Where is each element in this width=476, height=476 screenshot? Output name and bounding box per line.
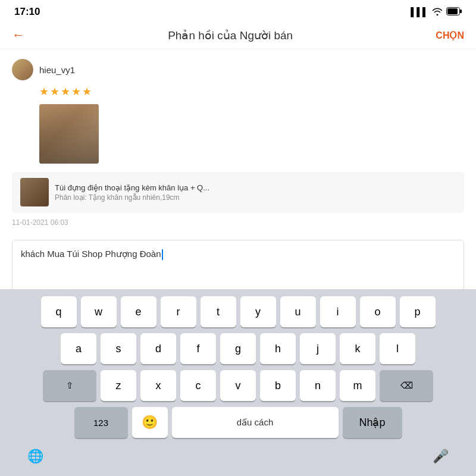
globe-icon[interactable]: 🌐 — [27, 449, 43, 464]
key-l[interactable]: l — [380, 333, 415, 364]
back-button[interactable]: ← — [12, 27, 25, 43]
key-v[interactable]: v — [220, 370, 256, 401]
star-rating: ★ ★ ★ ★ ★ — [12, 85, 464, 98]
battery-icon — [446, 7, 462, 17]
key-space[interactable]: dấu cách — [172, 407, 339, 438]
key-r[interactable]: r — [161, 296, 196, 327]
star-4: ★ — [71, 85, 81, 98]
reviewer-name: hieu_vy1 — [39, 65, 75, 75]
star-5: ★ — [82, 85, 92, 98]
reply-text: khách Mua Túi Shop Phượng Đoàn — [21, 249, 161, 259]
key-s[interactable]: s — [101, 333, 136, 364]
key-j[interactable]: j — [300, 333, 336, 364]
review-date: 11-01-2021 06:03 — [12, 218, 464, 227]
wifi-icon — [432, 7, 443, 17]
key-b[interactable]: b — [260, 370, 296, 401]
review-photo — [39, 104, 99, 164]
key-w[interactable]: w — [81, 296, 117, 327]
star-1: ★ — [39, 85, 49, 98]
keyboard-row-1: q w e r t y u i o p — [4, 296, 472, 327]
key-backspace[interactable]: ⌫ — [380, 370, 433, 401]
key-t[interactable]: t — [201, 296, 236, 327]
key-x[interactable]: x — [140, 370, 176, 401]
status-time: 17:10 — [14, 6, 40, 18]
keyboard-bottom-bar: 🌐 🎤 — [4, 444, 472, 464]
keyboard: q w e r t y u i o p a s d f g h j k l ⇧ … — [0, 289, 476, 476]
key-i[interactable]: i — [320, 296, 356, 327]
star-3: ★ — [61, 85, 70, 98]
key-g[interactable]: g — [220, 333, 256, 364]
key-enter[interactable]: Nhập — [343, 407, 402, 438]
svg-rect-2 — [447, 8, 458, 14]
star-2: ★ — [50, 85, 60, 98]
reply-textarea[interactable]: khách Mua Túi Shop Phượng Đoàn — [12, 240, 464, 293]
product-name: Túi đựng điện thoại tặng kèm khăn lụa + … — [55, 183, 456, 192]
keyboard-row-4: 123 🙂 dấu cách Nhập — [4, 407, 472, 438]
key-c[interactable]: c — [180, 370, 216, 401]
key-e[interactable]: e — [121, 296, 156, 327]
key-h[interactable]: h — [260, 333, 296, 364]
key-m[interactable]: m — [340, 370, 375, 401]
key-shift[interactable]: ⇧ — [43, 370, 96, 401]
key-u[interactable]: u — [280, 296, 316, 327]
review-section: hieu_vy1 ★ ★ ★ ★ ★ Túi đựng điện thoại t… — [0, 49, 476, 240]
key-o[interactable]: o — [360, 296, 396, 327]
chon-button[interactable]: CHỌN — [436, 30, 464, 41]
avatar — [12, 59, 33, 80]
header: ← Phản hồi của Người bán CHỌN — [0, 21, 476, 49]
keyboard-row-3: ⇧ z x c v b n m ⌫ — [4, 370, 472, 401]
key-n[interactable]: n — [300, 370, 336, 401]
review-image[interactable] — [39, 104, 464, 164]
key-p[interactable]: p — [400, 296, 436, 327]
status-bar: 17:10 ▌▌▌ — [0, 0, 476, 21]
reviewer-row: hieu_vy1 — [12, 59, 464, 80]
key-y[interactable]: y — [240, 296, 276, 327]
key-d[interactable]: d — [140, 333, 176, 364]
key-f[interactable]: f — [180, 333, 216, 364]
page-title: Phản hồi của Người bán — [25, 29, 436, 42]
svg-rect-1 — [460, 10, 462, 13]
key-a[interactable]: a — [61, 333, 96, 364]
status-icons: ▌▌▌ — [411, 7, 462, 17]
key-q[interactable]: q — [41, 296, 77, 327]
microphone-icon[interactable]: 🎤 — [433, 449, 449, 464]
signal-icon: ▌▌▌ — [411, 7, 428, 17]
product-info: Túi đựng điện thoại tặng kèm khăn lụa + … — [55, 183, 456, 202]
key-z[interactable]: z — [101, 370, 136, 401]
text-cursor — [162, 249, 163, 260]
product-thumbnail — [20, 178, 49, 206]
product-variant: Phân loại: Tặng khăn ngẫu nhiên,19cm — [55, 193, 456, 202]
key-k[interactable]: k — [340, 333, 375, 364]
keyboard-row-2: a s d f g h j k l — [4, 333, 472, 364]
product-row: Túi đựng điện thoại tặng kèm khăn lụa + … — [12, 172, 464, 212]
key-123[interactable]: 123 — [74, 407, 128, 438]
key-emoji[interactable]: 🙂 — [132, 407, 168, 438]
